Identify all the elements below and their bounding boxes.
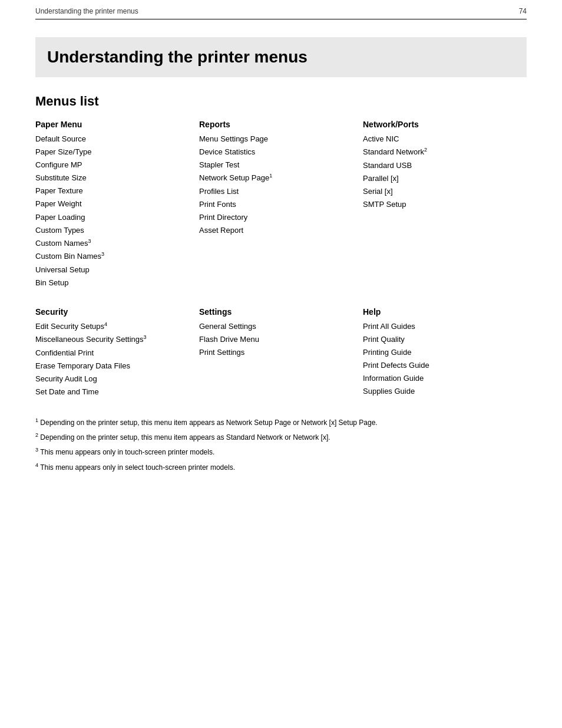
list-item: Universal Setup [35,263,187,276]
list-item: Custom Names3 [35,237,187,250]
menus-grid-bottom: SecurityEdit Security Setups4Miscellaneo… [35,307,527,398]
menu-heading-bottom-1: Settings [199,307,351,317]
list-item: Miscellaneous Security Settings3 [35,333,187,346]
list-item: Bin Setup [35,276,187,289]
footnote-2: 2 Depending on the printer setup, this m… [35,431,527,443]
list-item: Paper Texture [35,185,187,197]
list-item: Print Settings [199,346,351,359]
page-title-section: Understanding the printer menus [35,37,527,77]
menu-heading-bottom-2: Help [363,307,515,317]
menu-heading-bottom-0: Security [35,307,187,317]
list-item: Print All Guides [363,320,515,333]
list-item: Substitute Size [35,172,187,185]
menus-grid-top: Paper MenuDefault SourcePaper Size/TypeC… [35,120,527,289]
list-item: Edit Security Setups4 [35,320,187,333]
menu-heading-2: Network/Ports [363,120,515,129]
list-item: Default Source [35,133,187,146]
page-wrapper: Understanding the printer menus 74 Under… [0,0,562,728]
list-item: General Settings [199,320,351,333]
footnote-1: 1 Depending on the printer setup, this m… [35,416,527,429]
list-item: Erase Temporary Data Files [35,360,187,373]
footnotes: 1 Depending on the printer setup, this m… [35,416,527,473]
list-item: Custom Types [35,224,187,237]
list-item: Information Guide [363,372,515,385]
list-item: Active NIC [363,133,515,146]
menu-column-bottom-1: SettingsGeneral SettingsFlash Drive Menu… [199,307,363,398]
list-item: Paper Weight [35,197,187,210]
list-item: Configure MP [35,159,187,172]
list-item: Profiles List [199,185,351,198]
list-item: Security Audit Log [35,373,187,386]
list-item: Print Quality [363,333,515,346]
page-title: Understanding the printer menus [47,48,515,67]
list-item: Supplies Guide [363,385,515,398]
list-item: Printing Guide [363,346,515,359]
list-item: Parallel [x] [363,172,515,185]
menu-column-top-2: Network/PortsActive NICStandard Network2… [363,120,527,289]
list-item: Custom Bin Names3 [35,250,187,263]
list-item: SMTP Setup [363,198,515,211]
list-item: Network Setup Page1 [199,172,351,185]
list-item: Serial [x] [363,185,515,198]
list-item: Standard USB [363,159,515,172]
menu-heading-1: Reports [199,120,351,129]
menu-column-top-0: Paper MenuDefault SourcePaper Size/TypeC… [35,120,199,289]
list-item: Print Defects Guide [363,359,515,372]
list-item: Confidential Print [35,347,187,360]
list-item: Device Statistics [199,146,351,159]
list-item: Standard Network2 [363,146,515,159]
footnote-3: 3 This menu appears only in touch-screen… [35,446,527,458]
menu-column-bottom-0: SecurityEdit Security Setups4Miscellaneo… [35,307,199,398]
list-item: Paper Size/Type [35,146,187,159]
top-bar: Understanding the printer menus 74 [35,0,527,19]
list-item: Stapler Test [199,159,351,172]
menu-heading-0: Paper Menu [35,120,187,129]
list-item: Set Date and Time [35,386,187,398]
header-left: Understanding the printer menus [35,7,138,15]
list-item: Print Directory [199,211,351,224]
list-item: Paper Loading [35,211,187,224]
menu-column-top-1: ReportsMenu Settings PageDevice Statisti… [199,120,363,289]
list-item: Asset Report [199,224,351,237]
list-item: Print Fonts [199,198,351,211]
menu-column-bottom-2: HelpPrint All GuidesPrint QualityPrintin… [363,307,527,398]
list-item: Flash Drive Menu [199,333,351,346]
list-item: Menu Settings Page [199,133,351,146]
footnote-4: 4 This menu appears only in select touch… [35,461,527,473]
menus-list-title: Menus list [35,94,527,109]
header-right: 74 [519,7,527,15]
